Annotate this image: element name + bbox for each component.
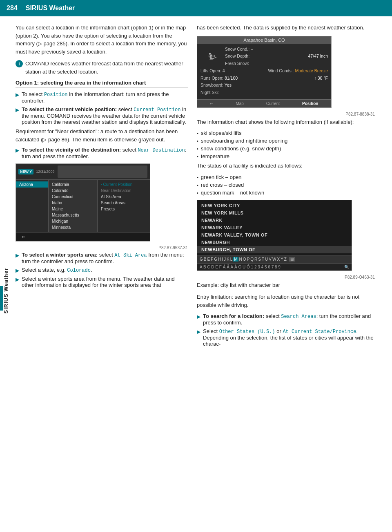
char-v[interactable]: V bbox=[269, 257, 272, 262]
char-b[interactable]: B bbox=[204, 257, 207, 262]
char-r[interactable]: R bbox=[254, 257, 257, 262]
bullet4-text: To select a winter sports area: select A… bbox=[22, 252, 188, 264]
arrow-icon-4: ▶ bbox=[16, 253, 19, 258]
bullet-temperature-text: temperature bbox=[201, 153, 229, 159]
bullet-snowboarding: • snowboarding and nighttime opening bbox=[197, 138, 375, 144]
char-scroll-icon[interactable]: ⊞ bbox=[289, 257, 295, 262]
char-e[interactable]: E bbox=[207, 257, 210, 262]
bullet-select-area: ▶ Select a winter sports area from the m… bbox=[16, 276, 188, 288]
char-j[interactable]: J bbox=[224, 257, 226, 262]
menu-item-michigan[interactable]: Michigan bbox=[49, 218, 97, 224]
menu-col1: Arizona bbox=[16, 180, 49, 232]
char-f[interactable]: F bbox=[211, 257, 213, 262]
char-y[interactable]: Y bbox=[281, 257, 283, 262]
search-areas-mono: Search Areas bbox=[281, 314, 316, 320]
menu-item-idaho[interactable]: Idaho bbox=[49, 200, 97, 206]
menu-item-california[interactable]: California bbox=[49, 181, 97, 188]
char-x[interactable]: X bbox=[277, 257, 280, 262]
other-states-mono: Other States (U.S.) bbox=[219, 329, 275, 335]
footer-position-btn[interactable]: Position bbox=[302, 101, 318, 106]
char-w[interactable]: W bbox=[272, 257, 276, 262]
arrow-icon-2: ▶ bbox=[16, 107, 19, 113]
ski-screen: Arapahoe Basin, CO ⛷ Snow Cond.: – Snow … bbox=[197, 36, 332, 108]
menu-item-search-areas[interactable]: Search Areas bbox=[98, 200, 150, 206]
city-item-newburgh-town[interactable]: NEWBURGH, TOWN OF bbox=[197, 246, 352, 253]
char-o[interactable]: O bbox=[243, 257, 246, 262]
main-content: You can select a location in the informa… bbox=[11, 16, 392, 532]
option1-heading: Option 1: selecting the area in the info… bbox=[16, 80, 188, 88]
footer-current-btn[interactable]: Current bbox=[266, 101, 280, 106]
char-s[interactable]: S bbox=[258, 257, 261, 262]
continued-text: has been selected. The data is supplied … bbox=[197, 24, 375, 32]
header-title: SIRIUS Weather bbox=[26, 4, 75, 12]
char-n[interactable]: N bbox=[239, 257, 242, 262]
info-icon: i bbox=[16, 60, 23, 67]
arrow-icon-1: ▶ bbox=[16, 92, 19, 98]
char-bar[interactable]: G B E F G H I J K L M N O P Q R S bbox=[197, 255, 352, 263]
city-item-nyc[interactable]: NEW YORK CITY bbox=[197, 202, 352, 209]
bullet-select-position: ▶ To select Position in the information … bbox=[16, 91, 188, 104]
city-screen-caption: P82.89-O463-31 bbox=[197, 275, 375, 279]
bullet-temperature: • temperature bbox=[197, 153, 375, 159]
side-column: SIRIUS Weather bbox=[0, 16, 11, 532]
menu-screenshot: NEW Y 12/31/2009 Arizona California Colo… bbox=[16, 163, 150, 241]
entry-limitation: Entry limitation: searching for a locati… bbox=[197, 293, 375, 309]
char-bar-2[interactable]: A B C D E F Á Â Ä À Ö Ü Ó 1 2 3 4 5 6 7 … bbox=[197, 263, 352, 270]
char-u[interactable]: U bbox=[265, 257, 268, 262]
menu-item-colorado[interactable]: Colorado bbox=[49, 188, 97, 194]
bullet-snowboarding-text: snowboarding and nighttime opening bbox=[201, 138, 288, 144]
char-g[interactable]: G bbox=[200, 257, 203, 262]
dot-icon-3: • bbox=[197, 146, 198, 151]
menu-item-massachusetts[interactable]: Massachusetts bbox=[49, 212, 97, 218]
bullet3-text: To select the vicinity of the destinatio… bbox=[22, 147, 188, 159]
char-m-active[interactable]: M bbox=[233, 257, 238, 262]
footer-back-btn[interactable]: ⇐ bbox=[210, 101, 213, 106]
char-l[interactable]: L bbox=[230, 257, 233, 262]
city-item-newark-valley[interactable]: NEWARK VALLEY bbox=[197, 224, 352, 231]
menu-item-connecticut[interactable]: Connecticut bbox=[49, 194, 97, 200]
char-h[interactable]: H bbox=[218, 257, 221, 262]
page-wrapper: SIRIUS Weather You can select a location… bbox=[0, 16, 392, 532]
screen-row-snow-cond: Snow Cond.: – bbox=[225, 46, 328, 53]
footer-map-btn[interactable]: Map bbox=[236, 101, 243, 106]
position-mono: Position bbox=[44, 92, 68, 98]
bullet-select-states: ▶ Select Other States (U.S.) or At Curre… bbox=[197, 328, 375, 347]
bullet-green-tick: • green tick – open bbox=[197, 174, 375, 180]
bullet-question-text: question mark – not known bbox=[201, 190, 264, 196]
char-q[interactable]: Q bbox=[250, 257, 254, 262]
dot-icon-6: • bbox=[197, 183, 198, 188]
menu-item-at-ski-area[interactable]: At Ski Area bbox=[98, 194, 150, 200]
menu-item-presets[interactable]: Presets bbox=[98, 206, 150, 212]
city-item-nymills[interactable]: NEW YORK MILLS bbox=[197, 209, 352, 217]
menu-item-near-destination[interactable]: Near Destination bbox=[98, 188, 150, 194]
bullet-current-position: ▶ To select the current vehicle position… bbox=[16, 106, 188, 125]
menu-item-arizona[interactable]: Arizona bbox=[16, 181, 48, 188]
bullet-ski-slopes: • ski slopes/ski lifts bbox=[197, 130, 375, 136]
ski-screen-title: Arapahoe Basin, CO bbox=[197, 36, 331, 44]
char-z[interactable]: Z bbox=[284, 257, 287, 262]
side-accent-bar bbox=[0, 286, 3, 311]
char-p[interactable]: P bbox=[247, 257, 250, 262]
char-bar-search-icon[interactable]: 🔍 bbox=[344, 265, 349, 269]
screen-row-fresh-snow: Fresh Snow: – bbox=[225, 60, 328, 67]
arrow-icon-7: ▶ bbox=[197, 314, 200, 320]
bullet-snow-conditions-text: snow conditions (e.g. snow depth) bbox=[201, 145, 281, 152]
menu-logo: NEW Y bbox=[18, 169, 33, 174]
bullet-near-destination: ▶ To select the vicinity of the destinat… bbox=[16, 147, 188, 159]
menu-item-maine[interactable]: Maine bbox=[49, 206, 97, 212]
screen-row-night-ski: Night Ski: – bbox=[200, 89, 328, 96]
menu-item-minnesota[interactable]: Minnesota bbox=[49, 224, 97, 230]
char-g2[interactable]: G bbox=[214, 257, 217, 262]
page-number: 284 bbox=[7, 4, 18, 12]
city-item-newark[interactable]: NEWARK bbox=[197, 217, 352, 224]
city-item-newark-valley-town[interactable]: NEWARK VALLEY, TOWN OF bbox=[197, 231, 352, 239]
ski-screen-caption: P82.87-8838-31 bbox=[197, 112, 375, 116]
menu-item-current-position[interactable]: · Current Position bbox=[98, 181, 150, 188]
status-label: The status of a facility is indicated as… bbox=[197, 162, 375, 170]
arrow-icon-6: ▶ bbox=[16, 277, 19, 282]
requirement-text: Requirement for "Near destination": a ro… bbox=[16, 127, 188, 143]
char-k[interactable]: K bbox=[227, 257, 229, 262]
city-item-newburgh[interactable]: NEWBURGH bbox=[197, 239, 352, 246]
char-t[interactable]: T bbox=[262, 257, 264, 262]
char-i[interactable]: I bbox=[222, 257, 223, 262]
